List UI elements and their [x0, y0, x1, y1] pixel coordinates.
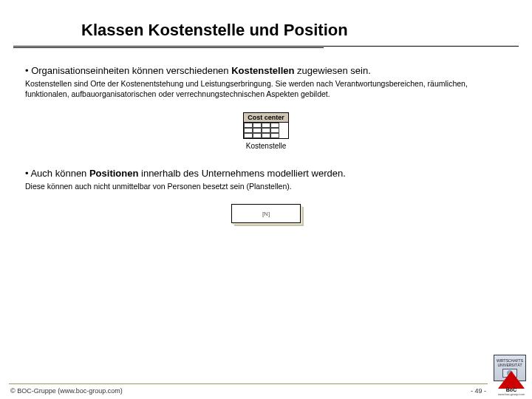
- bullet-positionen: • Auch können Positionen innerhalb des U…: [25, 168, 507, 179]
- content-area: • Organisationseinheiten können verschie…: [25, 65, 507, 223]
- costcenter-grid: [244, 123, 288, 138]
- logo-boc: BoC www.boc-group.com: [494, 371, 529, 398]
- bullet2-pre: • Auch können: [25, 168, 89, 179]
- figure-costcenter: Cost center Kostenstelle: [25, 112, 507, 150]
- slide: Klassen Kostenstelle und Position • Orga…: [0, 0, 532, 399]
- page-number: - 49 -: [471, 387, 486, 395]
- boc-triangle-icon: [498, 371, 525, 389]
- bullet1-pre: • Organisationseinheiten können verschie…: [25, 65, 231, 76]
- costcenter-header: Cost center: [244, 113, 288, 123]
- title-underline-2: [13, 47, 324, 48]
- boc-text: BoC: [494, 387, 529, 392]
- desc-positionen: Diese können auch nicht unmittelbar von …: [25, 181, 507, 191]
- copyright-text: © BOC-Gruppe (www.boc-group.com): [10, 387, 123, 395]
- bullet2-bold: Positionen: [89, 168, 138, 179]
- footer: © BOC-Gruppe (www.boc-group.com) - 49 -: [0, 383, 532, 399]
- costcenter-label: Kostenstelle: [25, 142, 507, 150]
- bullet1-bold: Kostenstellen: [231, 65, 294, 76]
- desc-kostenstellen: Kostenstellen sind Orte der Kostenentste…: [25, 78, 507, 99]
- boc-url: www.boc-group.com: [494, 392, 529, 396]
- position-icon: [N]: [231, 204, 301, 223]
- bullet-kostenstellen: • Organisationseinheiten können verschie…: [25, 65, 507, 76]
- logo-uni-line2: UNIVERSITÄT: [497, 363, 522, 367]
- title-underline-1: [13, 46, 519, 47]
- page-title: Klassen Kostenstelle und Position: [81, 21, 348, 40]
- bullet1-post: zugewiesen sein.: [294, 65, 370, 76]
- costcenter-icon: Cost center: [243, 112, 289, 139]
- figure-position: [N]: [25, 204, 507, 223]
- bullet2-post: innerhalb des Unternehmens modelliert we…: [138, 168, 345, 179]
